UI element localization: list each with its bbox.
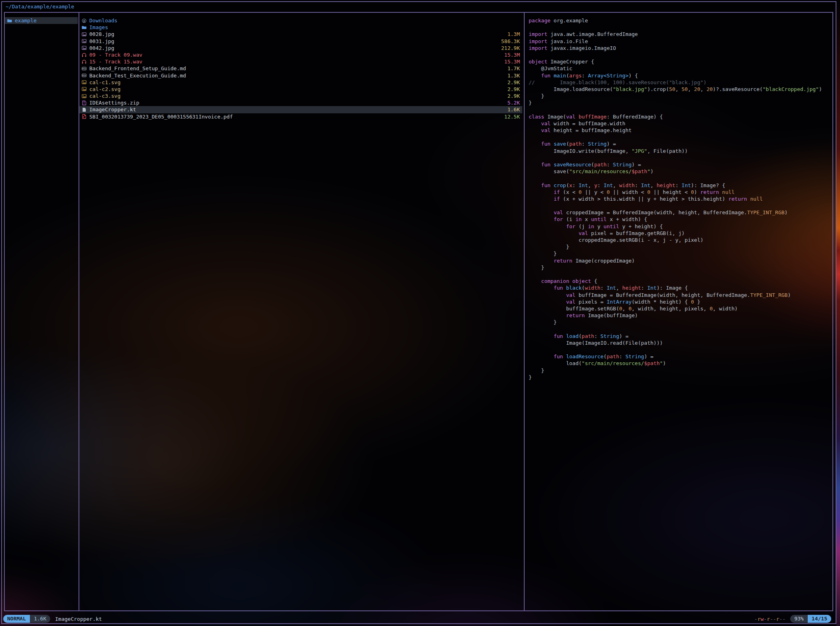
status-bar: NORMAL 1.6K ImageCropper.kt -rw-r--r-- 9…: [0, 614, 840, 623]
code-line: [529, 134, 830, 140]
code-line: }: [529, 264, 830, 271]
image-icon: [82, 80, 87, 85]
code-line: val croppedImage = BufferedImage(width, …: [529, 209, 830, 216]
code-line: return Image(croppedImage): [529, 257, 830, 264]
code-line: val height = buffImage.height: [529, 127, 830, 134]
file-list-item[interactable]: Backend_Test_Execution_Guide.md1.3K: [79, 72, 522, 79]
preview-scroll-percent: 93%: [790, 615, 807, 623]
file-size: 15.3M: [504, 51, 520, 58]
code-line: }: [529, 93, 830, 99]
file-list-item[interactable]: Downloads: [79, 17, 522, 24]
code-line: val pixel = buffImage.getRGB(i, j): [529, 230, 830, 237]
file-name: cal-c3.svg: [89, 93, 508, 99]
code-line: fun save(path: String) =: [529, 140, 830, 147]
code-line: import java.awt.image.BufferedImage: [529, 31, 830, 38]
file-name: Backend_Frontend_Setup_Guide.md: [89, 65, 508, 72]
file-list-item[interactable]: 0031.jpg586.3K: [79, 38, 522, 45]
code-line: }: [529, 99, 830, 106]
code-line: for (i in x until x + width) {: [529, 216, 830, 223]
code-line: }: [529, 250, 830, 257]
code-line: val width = buffImage.width: [529, 120, 830, 127]
file-list-item[interactable]: 15 - Track 15.wav15.3M: [79, 58, 522, 65]
file-size: 586.3K: [501, 38, 520, 45]
image-icon: [82, 39, 87, 43]
code-line: companion object {: [529, 278, 830, 284]
folder-icon: [82, 25, 87, 30]
file-list-item[interactable]: cal-c3.svg2.9K: [79, 93, 522, 99]
file-size: 1.3K: [508, 72, 520, 79]
image-icon: [82, 94, 87, 99]
status-bar-left: NORMAL 1.6K ImageCropper.kt: [3, 615, 102, 623]
file-name: example: [15, 17, 75, 24]
code-line: [529, 106, 830, 113]
code-line: [529, 271, 830, 278]
image-icon: [82, 87, 87, 91]
pane-separator-right: [524, 13, 525, 610]
file-name: 0028.jpg: [89, 31, 508, 38]
parent-directory-pane: example: [5, 17, 78, 24]
breadcrumb-path: ~/Data/example/example: [6, 3, 74, 10]
file-icon: [82, 107, 87, 112]
code-line: save("src/main/resources/$path"): [529, 168, 830, 175]
file-name: Downloads: [89, 17, 520, 24]
code-line: buffImage.setRGB(0, 0, width, height, pi…: [529, 305, 830, 312]
code-line: fun crop(x: Int, y: Int, width: Int, hei…: [529, 182, 830, 189]
download-icon: [82, 18, 87, 23]
cursor-position-badge: 14/15: [808, 615, 831, 623]
code-line: [529, 346, 830, 353]
file-list-item[interactable]: cal-c1.svg2.9K: [79, 79, 522, 86]
code-line: [529, 326, 830, 332]
file-size: 1.7K: [508, 65, 520, 72]
file-list-item[interactable]: cal-c2.svg2.9K: [79, 86, 522, 93]
code-line: if (x < 0 || y < 0 || width < 0 || heigh…: [529, 189, 830, 196]
selected-file-size: 1.6K: [30, 615, 50, 623]
file-list-item[interactable]: 09 - Track 09.wav15.3M: [79, 51, 522, 58]
file-name: cal-c1.svg: [89, 79, 508, 86]
file-list-item[interactable]: Images: [79, 24, 522, 31]
folder-icon: [7, 18, 12, 23]
code-line: [529, 51, 830, 58]
code-line: return Image(buffImage): [529, 312, 830, 319]
code-line: Image(ImageIO.read(File(path))): [529, 340, 830, 346]
code-line: if (x + width > this.width || y + height…: [529, 196, 830, 202]
file-name: Backend_Test_Execution_Guide.md: [89, 72, 508, 79]
wallpaper-edge-strip: [836, 0, 840, 626]
status-bar-right: -rw-r--r-- 93% 14/15: [754, 615, 831, 623]
code-line: @JvmStatic: [529, 65, 830, 72]
code-line: fun saveResource(path: String) =: [529, 161, 830, 168]
file-size: 2.9K: [508, 86, 520, 93]
file-name: 09 - Track 09.wav: [89, 51, 504, 58]
code-line: }: [529, 374, 830, 381]
file-size: 1.6K: [508, 106, 520, 113]
file-list-item[interactable]: IDEAsettings.zip5.2K: [79, 99, 522, 106]
code-line: [529, 24, 830, 31]
code-line: for (j in y until y + height) {: [529, 223, 830, 230]
code-line: // Image.black(100, 100).saveResource("b…: [529, 79, 830, 86]
audio-icon: [82, 53, 87, 57]
audio-icon: [82, 59, 87, 64]
file-name: 15 - Track 15.wav: [89, 58, 504, 65]
code-line: object ImageCropper {: [529, 58, 830, 65]
file-list-item[interactable]: ImageCropper.kt1.6K: [79, 106, 522, 113]
file-size: 15.3M: [504, 58, 520, 65]
code-line: croppedImage.setRGB(i - x, j - y, pixel): [529, 237, 830, 243]
file-preview-pane[interactable]: package org.example import java.awt.imag…: [529, 17, 830, 381]
code-line: }: [529, 243, 830, 250]
file-list-item[interactable]: Backend_Frontend_Setup_Guide.md1.7K: [79, 65, 522, 72]
code-line: Image.loadResource("black.jpg").crop(50,…: [529, 86, 830, 93]
selected-file-name: ImageCropper.kt: [55, 616, 102, 622]
file-size: 12.5K: [504, 113, 520, 120]
image-icon: [82, 45, 87, 50]
code-line: val pixels = IntArray(width * height) { …: [529, 298, 830, 305]
code-line: }: [529, 319, 830, 326]
code-line: ImageIO.write(buffImage, "JPG", File(pat…: [529, 148, 830, 154]
file-name: cal-c2.svg: [89, 86, 508, 93]
file-list-item[interactable]: SBI_0032013739_2023_DE05_0003155631Invoi…: [79, 113, 522, 120]
file-size: 2.9K: [508, 79, 520, 86]
file-name: 0031.jpg: [89, 38, 501, 45]
mode-badge: NORMAL: [3, 615, 30, 623]
file-list-item[interactable]: 0042.jpg212.9K: [79, 45, 522, 51]
code-line: fun main(args: Array<String>) {: [529, 72, 830, 79]
file-list-item[interactable]: 0028.jpg1.3M: [79, 31, 522, 38]
parent-dir-item[interactable]: example: [5, 17, 78, 24]
